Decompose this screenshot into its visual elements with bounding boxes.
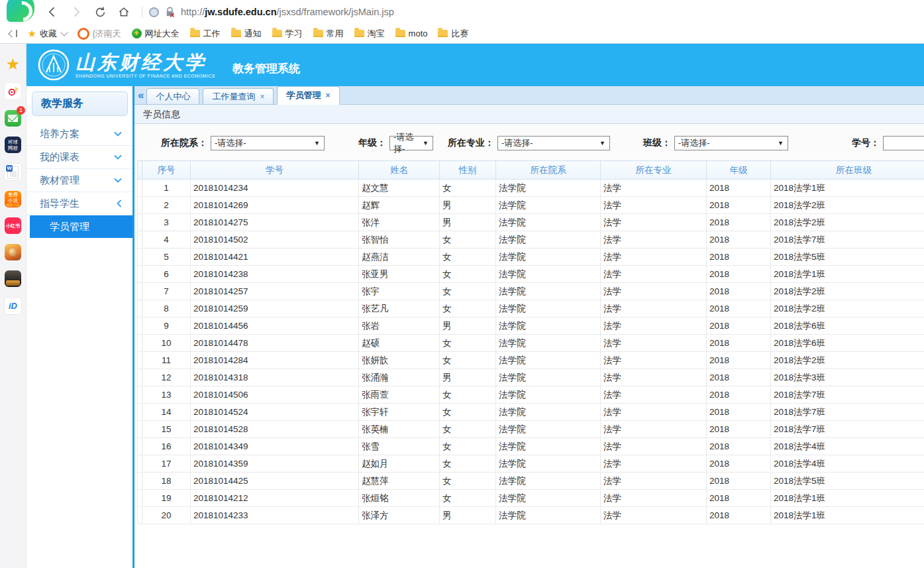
free-novels-icon[interactable]: 免费 小说 精选小说 [5,191,21,207]
cell-所在班级: 2018法学1班 [771,180,924,197]
cell-序号: 3 [142,214,191,231]
bookmark-folder[interactable]: 比赛 [438,28,468,40]
cell-序号: 6 [142,266,191,283]
cell-所在班级: 2018法学3班 [771,369,924,386]
table-row[interactable]: 1320181014506张雨萱女法学院法学20182018法学7班 [138,386,924,404]
sidebar-item-教材管理[interactable]: 教材管理 [26,169,132,192]
game-icon-2[interactable] [5,270,21,287]
column-header-所在班级[interactable]: 所在班级 [771,161,924,180]
table-row[interactable]: 720181014257张宇女法学院法学20182018法学2班 [138,283,924,300]
tabs-collapse-icon[interactable]: « [138,89,144,102]
table-row[interactable]: 1420181014524张宇轩女法学院法学20182018法学7班 [138,404,924,421]
bookmark-jinan[interactable]: [济南天 [77,28,121,40]
close-icon[interactable]: × [325,91,330,99]
bookmark-wangzhidaquan[interactable]: + 网址大全 [132,28,180,40]
row-gutter [138,421,142,438]
id-app-icon[interactable]: iD [4,297,22,315]
student-id-input[interactable] [883,136,924,150]
filter-select[interactable]: -请选择-▼ [674,136,788,150]
table-row[interactable]: 1820181014425赵慧萍女法学院法学20182018法学5班 [138,473,924,490]
cell-所在专业: 法学 [601,197,707,214]
huanqiu-wangxiao-icon[interactable]: 环球 网校 [5,137,21,153]
table-row[interactable]: 2020181014233张泽方男法学院法学20182018法学1班 [138,507,924,524]
refresh-icon[interactable] [93,5,107,19]
cell-学号: 20181014502 [191,231,359,249]
table-row[interactable]: 1520181014528张英楠女法学院法学20182018法学7班 [138,421,924,438]
filter-label: 所在专业： [448,137,494,149]
cell-所在院系: 法学院 [496,386,601,404]
cell-姓名: 赵辉 [359,197,440,214]
tab-工作量查询[interactable]: 工作量查询× [203,88,274,104]
column-header-所在专业[interactable]: 所在专业 [601,161,707,180]
table-row[interactable]: 220181014269赵辉男法学院法学20182018法学2班 [138,197,924,214]
bookmark-folder[interactable]: 淘宝 [354,28,385,40]
column-header-学号[interactable]: 学号 [191,161,359,180]
favorites-menu[interactable]: ★ 收藏 [28,28,67,40]
folder-icon [438,30,448,37]
table-row[interactable]: 1720181014359赵如月女法学院法学20182018法学4班 [138,455,924,473]
panel-title: 学员信息 [134,105,924,124]
table-row[interactable]: 320181014275张洋男法学院法学20182018法学2班 [138,214,924,231]
column-header-姓名[interactable]: 姓名 [359,161,440,180]
bookmark-folder[interactable]: 常用 [313,28,344,40]
favorites-star-icon[interactable]: ★ [5,56,21,72]
bookmark-folder[interactable]: 通知 [231,28,262,40]
filter-select[interactable]: -请选择-▼ [497,136,610,150]
cell-年级: 2018 [707,490,771,507]
tab-学员管理[interactable]: 学员管理× [277,86,339,105]
sidebar-item-培养方案[interactable]: 培养方案 [26,123,132,146]
forward-icon[interactable] [69,5,83,19]
home-icon[interactable] [117,5,131,19]
column-header-性别[interactable]: 性别 [440,161,496,180]
table-row[interactable]: 1620181014349张雪女法学院法学20182018法学4班 [138,438,924,455]
back-icon[interactable] [45,5,60,19]
table-row[interactable]: 420181014502张智怡女法学院法学20182018法学7班 [138,231,924,249]
tab-个人中心[interactable]: 个人中心 [146,88,199,104]
word-doc-icon[interactable]: W [4,163,22,181]
bookmark-folder[interactable]: 学习 [272,28,303,40]
cell-学号: 20181014284 [191,352,359,369]
table-row[interactable]: 120181014234赵文慧女法学院法学20182018法学1班 [138,180,924,197]
table-row[interactable]: 820181014259张艺凡女法学院法学20182018法学2班 [138,300,924,317]
cell-姓名: 张宇 [359,283,440,300]
cell-性别: 女 [440,455,496,473]
table-row[interactable]: 620181014238张亚男女法学院法学20182018法学1班 [138,266,924,283]
bookmark-folder[interactable]: moto [395,28,428,38]
table-row[interactable]: 1220181014318张涌瀚男法学院法学20182018法学3班 [138,369,924,386]
sidebar-item-xueyuanguanli[interactable]: 学员管理 [30,215,132,238]
bookmarks-collapse-icon[interactable] [9,30,17,37]
cell-年级: 2018 [707,386,771,404]
game-icon-1[interactable] [5,244,21,260]
cell-序号: 18 [142,473,191,490]
table-row[interactable]: 920181014456张岩男法学院法学20182018法学6班 [138,317,924,335]
column-header-序号[interactable]: 序号 [142,161,191,180]
weibo-icon[interactable] [4,82,22,100]
column-header-年级[interactable]: 年级 [707,161,771,180]
insecure-lock-icon[interactable] [165,7,175,17]
cell-序号: 13 [142,386,191,404]
filter-select[interactable]: -请选择-▼ [211,136,325,150]
browser-toolbar: http://jw.sdufe.edu.cn/jsxsd/framework/j… [0,0,924,24]
sidebar-item-指导学生[interactable]: 指导学生 [26,192,132,215]
bookmark-folder[interactable]: 工作 [190,28,221,40]
cell-所在院系: 法学院 [496,507,601,524]
table-row[interactable]: 1020181014478赵硕女法学院法学20182018法学6班 [138,335,924,352]
table-row[interactable]: 1120181014284张妍歆女法学院法学20182018法学2班 [138,352,924,369]
xiaohongshu-icon[interactable]: 小红书 [5,217,21,234]
table-row[interactable]: 1920181014212张烜铭女法学院法学20182018法学1班 [138,490,924,507]
sidebar-item-我的课表[interactable]: 我的课表 [26,146,132,169]
mail-icon[interactable]: 1 [5,110,21,127]
url-bar[interactable]: http://jw.sdufe.edu.cn/jsxsd/framework/j… [181,7,394,17]
cell-所在专业: 法学 [601,180,707,197]
table-row[interactable]: 520181014421赵燕洁女法学院法学20182018法学5班 [138,249,924,266]
cell-年级: 2018 [707,473,771,490]
column-header-所在院系[interactable]: 所在院系 [496,161,601,180]
site-status-icon[interactable] [149,7,159,17]
filter-select[interactable]: -请选择-▼ [389,136,433,150]
chevron-down-icon [114,154,122,160]
browser-logo-icon[interactable] [7,0,34,22]
close-icon[interactable]: × [260,93,264,101]
menu-group-title[interactable]: 教学服务 [32,91,128,116]
cell-序号: 20 [142,507,191,524]
cell-性别: 女 [440,266,496,283]
